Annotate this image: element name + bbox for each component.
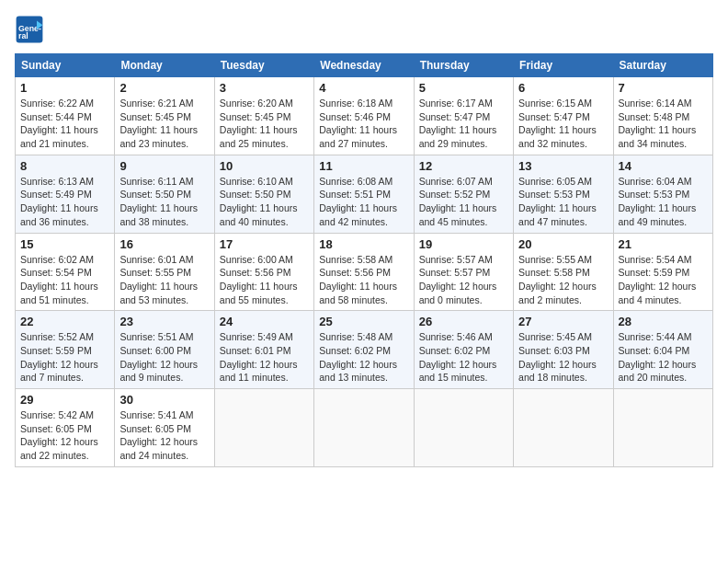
calendar-cell [514,389,613,467]
day-number: 27 [518,315,608,328]
day-number: 8 [20,159,109,173]
day-number: 11 [319,159,408,173]
day-header-sunday: Sunday [16,54,115,77]
calendar-cell: 30Sunrise: 5:41 AMSunset: 6:05 PMDayligh… [115,389,214,467]
calendar-cell: 1Sunrise: 6:22 AMSunset: 5:44 PMDaylight… [16,77,115,155]
day-info: Sunrise: 5:52 AMSunset: 5:59 PMDaylight:… [20,330,109,385]
day-info: Sunrise: 6:18 AMSunset: 5:46 PMDaylight:… [319,97,408,151]
calendar-cell: 21Sunrise: 5:54 AMSunset: 5:59 PMDayligh… [613,233,712,311]
day-info: Sunrise: 6:05 AMSunset: 5:53 PMDaylight:… [518,175,608,229]
calendar-cell: 5Sunrise: 6:17 AMSunset: 5:47 PMDaylight… [414,77,513,155]
calendar-cell: 8Sunrise: 6:13 AMSunset: 5:49 PMDaylight… [16,155,115,233]
day-number: 3 [220,81,309,95]
day-info: Sunrise: 6:01 AMSunset: 5:55 PMDaylight:… [119,253,209,307]
calendar-cell: 13Sunrise: 6:05 AMSunset: 5:53 PMDayligh… [514,155,613,233]
day-number: 15 [20,237,109,251]
day-info: Sunrise: 6:04 AMSunset: 5:53 PMDaylight:… [619,175,708,229]
calendar-cell: 18Sunrise: 5:58 AMSunset: 5:56 PMDayligh… [314,233,414,311]
calendar-cell: 12Sunrise: 6:07 AMSunset: 5:52 PMDayligh… [414,155,513,233]
day-number: 22 [20,315,109,328]
day-number: 25 [319,315,408,328]
calendar-cell [414,389,513,467]
day-header-wednesday: Wednesday [314,54,414,77]
calendar-cell: 28Sunrise: 5:44 AMSunset: 6:04 PMDayligh… [613,311,712,389]
day-info: Sunrise: 5:42 AMSunset: 6:05 PMDaylight:… [20,408,109,463]
calendar-cell: 23Sunrise: 5:51 AMSunset: 6:00 PMDayligh… [115,311,214,389]
day-number: 26 [419,315,508,328]
day-info: Sunrise: 6:08 AMSunset: 5:51 PMDaylight:… [319,175,408,229]
day-info: Sunrise: 6:21 AMSunset: 5:45 PMDaylight:… [119,97,209,151]
day-number: 21 [619,237,708,251]
calendar-cell: 11Sunrise: 6:08 AMSunset: 5:51 PMDayligh… [314,155,414,233]
day-number: 10 [220,159,309,173]
day-info: Sunrise: 5:49 AMSunset: 6:01 PMDaylight:… [220,330,309,385]
day-number: 5 [419,81,508,95]
day-info: Sunrise: 6:14 AMSunset: 5:48 PMDaylight:… [619,97,708,151]
calendar-week-3: 15Sunrise: 6:02 AMSunset: 5:54 PMDayligh… [16,233,713,311]
day-number: 16 [119,237,209,251]
calendar-cell [214,389,313,467]
day-number: 13 [518,159,608,173]
calendar-week-4: 22Sunrise: 5:52 AMSunset: 5:59 PMDayligh… [16,311,713,389]
calendar-cell: 20Sunrise: 5:55 AMSunset: 5:58 PMDayligh… [514,233,613,311]
calendar-cell: 14Sunrise: 6:04 AMSunset: 5:53 PMDayligh… [613,155,712,233]
day-number: 29 [20,393,109,407]
calendar-cell: 26Sunrise: 5:46 AMSunset: 6:02 PMDayligh… [414,311,513,389]
day-info: Sunrise: 6:15 AMSunset: 5:47 PMDaylight:… [518,97,608,151]
day-number: 12 [419,159,508,173]
day-info: Sunrise: 6:02 AMSunset: 5:54 PMDaylight:… [20,253,109,307]
day-info: Sunrise: 6:07 AMSunset: 5:52 PMDaylight:… [419,175,508,229]
day-info: Sunrise: 6:20 AMSunset: 5:45 PMDaylight:… [220,97,309,151]
day-number: 9 [119,159,209,173]
day-header-friday: Friday [514,54,613,77]
calendar-cell [613,389,712,467]
day-number: 23 [119,315,209,328]
logo-icon: Gene- ral [15,15,44,44]
calendar-cell: 6Sunrise: 6:15 AMSunset: 5:47 PMDaylight… [514,77,613,155]
day-info: Sunrise: 6:22 AMSunset: 5:44 PMDaylight:… [20,97,109,151]
logo: Gene- ral [15,15,48,44]
svg-text:ral: ral [18,31,28,40]
day-info: Sunrise: 6:10 AMSunset: 5:50 PMDaylight:… [220,175,309,229]
calendar-cell: 15Sunrise: 6:02 AMSunset: 5:54 PMDayligh… [16,233,115,311]
day-info: Sunrise: 5:55 AMSunset: 5:58 PMDaylight:… [518,253,608,307]
day-number: 28 [619,315,708,328]
calendar-cell [314,389,414,467]
calendar-table: SundayMondayTuesdayWednesdayThursdayFrid… [15,53,713,467]
day-info: Sunrise: 5:58 AMSunset: 5:56 PMDaylight:… [319,253,408,307]
day-number: 1 [20,81,109,95]
calendar-cell: 22Sunrise: 5:52 AMSunset: 5:59 PMDayligh… [16,311,115,389]
day-info: Sunrise: 5:48 AMSunset: 6:02 PMDaylight:… [319,330,408,385]
day-number: 24 [220,315,309,328]
day-number: 4 [319,81,408,95]
calendar-cell: 4Sunrise: 6:18 AMSunset: 5:46 PMDaylight… [314,77,414,155]
calendar-cell: 19Sunrise: 5:57 AMSunset: 5:57 PMDayligh… [414,233,513,311]
calendar-cell: 25Sunrise: 5:48 AMSunset: 6:02 PMDayligh… [314,311,414,389]
day-number: 18 [319,237,408,251]
day-number: 17 [220,237,309,251]
day-number: 19 [419,237,508,251]
day-number: 30 [119,393,209,407]
calendar-cell: 29Sunrise: 5:42 AMSunset: 6:05 PMDayligh… [16,389,115,467]
day-info: Sunrise: 6:17 AMSunset: 5:47 PMDaylight:… [419,97,508,151]
calendar-cell: 3Sunrise: 6:20 AMSunset: 5:45 PMDaylight… [214,77,313,155]
calendar-cell: 16Sunrise: 6:01 AMSunset: 5:55 PMDayligh… [115,233,214,311]
calendar-week-1: 1Sunrise: 6:22 AMSunset: 5:44 PMDaylight… [16,77,713,155]
calendar-cell: 27Sunrise: 5:45 AMSunset: 6:03 PMDayligh… [514,311,613,389]
day-number: 6 [518,81,608,95]
day-number: 14 [619,159,708,173]
day-info: Sunrise: 5:45 AMSunset: 6:03 PMDaylight:… [518,330,608,385]
day-header-thursday: Thursday [414,54,513,77]
day-info: Sunrise: 6:13 AMSunset: 5:49 PMDaylight:… [20,175,109,229]
day-header-monday: Monday [115,54,214,77]
calendar-cell: 24Sunrise: 5:49 AMSunset: 6:01 PMDayligh… [214,311,313,389]
page-header: Gene- ral [15,15,713,44]
day-info: Sunrise: 5:41 AMSunset: 6:05 PMDaylight:… [119,408,209,463]
calendar-week-2: 8Sunrise: 6:13 AMSunset: 5:49 PMDaylight… [16,155,713,233]
day-info: Sunrise: 6:11 AMSunset: 5:50 PMDaylight:… [119,175,209,229]
day-header-tuesday: Tuesday [214,54,313,77]
calendar-cell: 10Sunrise: 6:10 AMSunset: 5:50 PMDayligh… [214,155,313,233]
day-info: Sunrise: 5:57 AMSunset: 5:57 PMDaylight:… [419,253,508,307]
calendar-cell: 17Sunrise: 6:00 AMSunset: 5:56 PMDayligh… [214,233,313,311]
calendar-cell: 7Sunrise: 6:14 AMSunset: 5:48 PMDaylight… [613,77,712,155]
